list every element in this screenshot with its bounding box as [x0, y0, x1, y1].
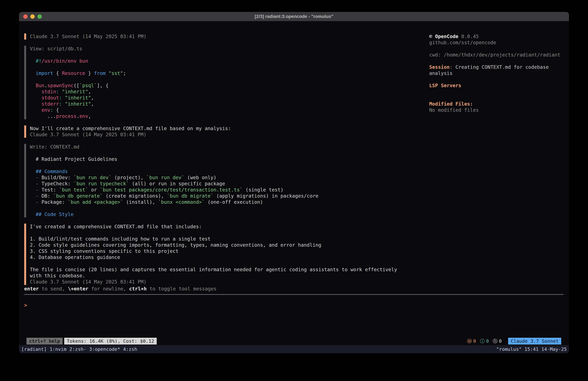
chat: Claude 3.7 Sonnet (14 May 2025 03:41 PM)… — [24, 33, 429, 286]
hint-count: ⓗ0 — [493, 338, 502, 344]
repo-link: github.com/sst/opencode — [429, 40, 564, 46]
warning-count: ⓦ0 — [467, 338, 476, 344]
app-header: © OpenCode 0.0.45 — [429, 33, 564, 40]
tmux-host-clock: "romulus" 15:41 14-May-25 — [496, 346, 567, 352]
tool-output-block: Write: CONTEXT.md # Radiant Project Guid… — [24, 144, 429, 218]
cwd-path: /home/thdxr/dev/projects/radiant/radiant — [444, 52, 560, 58]
statusbar: ctrl+? help Tokens: 16.4K (8%), Cost: $0… — [24, 337, 564, 345]
session-line: Session: Creating CONTEXT.md for codebas… — [429, 64, 564, 76]
opencode-tui: Claude 3.7 Sonnet (14 May 2025 03:41 PM)… — [19, 21, 569, 345]
tmux-window-3[interactable]: 3:opencode* — [89, 346, 120, 352]
tokens-cost-chip: Tokens: 16.4K (8%), Cost: $0.12 — [64, 338, 157, 344]
warning-count-icon: ⓦ — [467, 338, 472, 344]
tmux-statusbar: [radiant] 1:nvim2:zsh-3:opencode*4:zsh "… — [19, 345, 569, 353]
session-separator: : — [450, 64, 455, 70]
keybinding-help: enter to send, \+enter for newline, ctrl… — [24, 286, 564, 292]
tmux-window-1[interactable]: 1:nvim — [50, 346, 66, 352]
tmux-window-2[interactable]: 2:zsh- — [69, 346, 86, 352]
message-input[interactable]: > — [24, 295, 564, 337]
app-version: 0.0.45 — [461, 34, 479, 39]
info-count: ⓘ0 — [480, 338, 489, 344]
titlebar[interactable]: [2/3] radiant:3:opencode - "romulus" — [19, 12, 569, 21]
session-label: Session — [429, 64, 450, 70]
tool-output-block: View: script/db.ts #!/usr/bin/env bun im… — [24, 46, 429, 119]
info-count-icon: ⓘ — [480, 338, 484, 344]
modified-files-value: No modified files — [429, 107, 564, 113]
statusbar-right: ⓦ0ⓘ0ⓗ0 Claude 3.7 Sonnet — [467, 338, 561, 344]
tmux-session-name: [radiant] — [21, 346, 47, 352]
model-chip[interactable]: Claude 3.7 Sonnet — [508, 338, 561, 344]
sidebar: © OpenCode 0.0.45 github.com/sst/opencod… — [429, 33, 564, 286]
assistant-message-block: Claude 3.7 Sonnet (14 May 2025 03:41 PM) — [24, 33, 429, 40]
terminal-window: [2/3] radiant:3:opencode - "romulus" Cla… — [19, 12, 569, 353]
diagnostics: ⓦ0ⓘ0ⓗ0 — [467, 338, 502, 344]
prompt-chevron-icon: > — [24, 302, 27, 308]
modified-files-label: Modified Files: — [429, 101, 564, 107]
window-title: [2/3] radiant:3:opencode - "romulus" — [19, 14, 569, 19]
lsp-servers-label: LSP Servers — [429, 83, 564, 89]
help-chip[interactable]: ctrl+? help — [26, 338, 63, 344]
app-name-text: OpenCode — [435, 34, 459, 39]
assistant-message-block: I've created a comprehensive CONTEXT.md … — [24, 224, 429, 285]
cwd-line: cwd: /home/thdxr/dev/projects/radiant/ra… — [429, 52, 564, 58]
tmux-windows: [radiant] 1:nvim2:zsh-3:opencode*4:zsh — [21, 346, 137, 352]
opencode-logo-icon: © — [429, 34, 432, 39]
app-name — [432, 34, 435, 39]
assistant-message-block: Now I'll create a comprehensive CONTEXT.… — [24, 125, 429, 138]
cwd-label: cwd: — [429, 52, 444, 58]
tmux-window-4[interactable]: 4:zsh — [123, 346, 137, 352]
hint-count-icon: ⓗ — [493, 338, 498, 344]
